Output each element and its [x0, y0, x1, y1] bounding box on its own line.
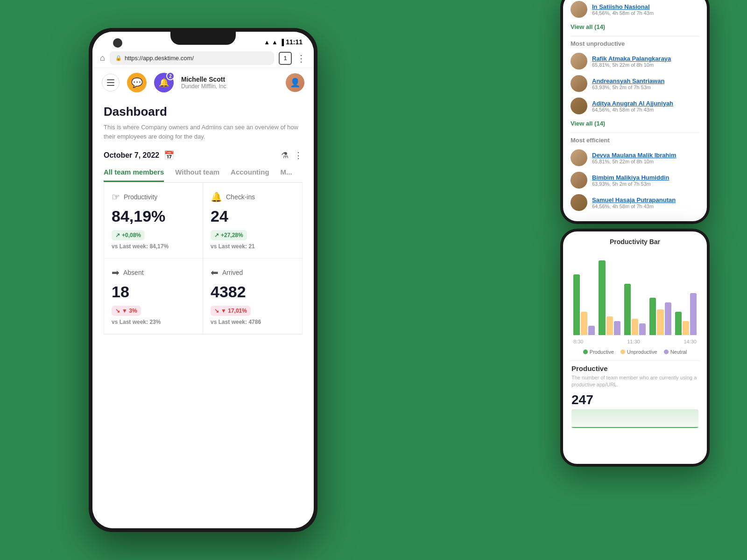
chart-divider — [570, 360, 700, 361]
productive-desc: The number of team member who are curren… — [571, 374, 698, 389]
productivity-value: 84,19% — [112, 207, 195, 225]
bar-orange-3 — [632, 319, 638, 335]
status-time: 11:11 — [286, 38, 303, 46]
bar-group-1 — [573, 274, 595, 335]
absent-icon: ➡ — [112, 267, 120, 278]
efficient-name-2[interactable]: Bimbim Malikiya Humiddin — [592, 174, 699, 181]
phone-right-bottom-inner: Productivity Bar — [563, 231, 707, 464]
stat-checkins-header: 🔔 Check-ins — [211, 191, 295, 203]
productivity-badge: ↗ +0,08% — [112, 230, 145, 240]
productivity-label: Productivity — [124, 193, 157, 201]
view-all-unproductive[interactable]: View all (14) — [571, 120, 699, 127]
bar-orange-5 — [683, 321, 689, 335]
person-name-top[interactable]: In Satiisho Nasional — [592, 3, 699, 10]
view-all-top[interactable]: View all (14) — [571, 23, 699, 30]
bar-group-5 — [675, 293, 697, 335]
productivity-comparison: vs Last week: 84,17% — [112, 243, 195, 250]
legend-label-neutral: Neutral — [670, 349, 687, 355]
legend-label-productive: Productive — [590, 349, 614, 355]
bar-orange-1 — [581, 312, 587, 335]
tab-button[interactable]: 1 — [279, 52, 292, 65]
url-text: https://app.desktime.com/ — [125, 55, 194, 62]
bar-purple-4 — [665, 302, 671, 335]
filter-icon[interactable]: ⚗ — [281, 150, 289, 161]
unproductive-info-3: Aditya Anugrah Al Ajjuniyah 64,56%, 4h 5… — [592, 100, 699, 112]
notification-button[interactable]: 🔔 2 — [154, 73, 174, 92]
home-button[interactable]: ⌂ — [100, 53, 105, 63]
unproductive-avatar-2 — [571, 75, 587, 92]
efficient-stats-2: 63,93%, 5h 2m of 7h 53m — [592, 181, 699, 187]
stat-absent: ➡ Absent 18 ↘ ▼ 3% vs Last week: 23% — [104, 259, 203, 334]
unproductive-name-3[interactable]: Aditya Anugrah Al Ajjuniyah — [592, 100, 699, 107]
menu-line-3 — [107, 85, 114, 86]
efficient-name-1[interactable]: Devva Maulana Malik Ibrahim — [592, 152, 699, 159]
tab-all-team-members[interactable]: All team members — [104, 168, 164, 182]
bar-orange-2 — [606, 316, 613, 335]
person-info-top: In Satiisho Nasional 64,56%, 4h 58m of 7… — [592, 3, 699, 16]
stat-productivity-header: ☞ Productivity — [112, 191, 195, 203]
phone-screen: ▲ ▲ ▐ 11:11 ⌂ 🔒 https://app.desktime.com… — [92, 32, 314, 528]
tabs-row: All team members Without team Accounting… — [104, 168, 303, 182]
top-person-row-1: In Satiisho Nasional 64,56%, 4h 58m of 7… — [571, 1, 699, 18]
absent-value: 18 — [112, 283, 195, 301]
unproductive-stats-2: 63,93%, 5h 2m of 7h 53m — [592, 84, 699, 90]
stat-arrived-header: ⬅ Arrived — [211, 267, 295, 278]
more-button[interactable]: ⋮ — [296, 53, 306, 64]
person-stats-top: 64,56%, 4h 58m of 7h 43m — [592, 10, 699, 16]
bar-green-5 — [675, 312, 682, 335]
unproductive-avatar-1 — [571, 53, 587, 70]
stats-grid: ☞ Productivity 84,19% ↗ +0,08% vs Last w… — [104, 182, 303, 335]
phone-main: ▲ ▲ ▐ 11:11 ⌂ 🔒 https://app.desktime.com… — [89, 28, 317, 532]
notification-badge: 2 — [166, 72, 175, 80]
checkins-badge: ↗ +27,28% — [211, 230, 247, 240]
divider-2 — [571, 133, 699, 133]
more-options-icon[interactable]: ⋮ — [294, 150, 303, 161]
unproductive-name-1[interactable]: Rafik Atmaka Palangkaraya — [592, 55, 699, 62]
app-header: 💬 🔔 2 Michelle Scott Dunder Mifflin, Inc… — [92, 68, 314, 97]
productivity-icon: ☞ — [112, 191, 120, 203]
chart-legend: Productive Unproductive Neutral — [570, 349, 700, 355]
tab-more[interactable]: M... — [281, 168, 292, 182]
status-bar-right: ▲ ▲ ▐ 11:11 — [264, 38, 303, 46]
chart-label-1: 8:30 — [573, 339, 583, 344]
bar-group-2 — [599, 260, 620, 335]
avatar[interactable]: 👤 — [286, 73, 304, 92]
calendar-icon[interactable]: 📅 — [164, 150, 174, 161]
absent-label: Absent — [123, 269, 144, 276]
absent-comparison: vs Last week: 23% — [112, 319, 195, 325]
down-arrow-icon: ↘ — [115, 308, 120, 314]
unproductive-name-2[interactable]: Andreansyah Santriawan — [592, 77, 699, 84]
arrived-badge: ↘ ▼ 17,01% — [211, 306, 251, 316]
efficient-avatar-3 — [571, 194, 587, 211]
absent-badge: ↘ ▼ 3% — [112, 306, 141, 316]
efficient-person-2: Bimbim Malikiya Humiddin 63,93%, 5h 2m o… — [571, 172, 699, 189]
menu-button[interactable] — [102, 74, 120, 91]
legend-label-unproductive: Unproductive — [627, 349, 657, 355]
mini-chart — [571, 409, 698, 428]
legend-unproductive: Unproductive — [620, 349, 657, 355]
menu-line-1 — [107, 79, 114, 80]
down-arrow-icon: ↘ — [214, 308, 219, 314]
lock-icon: 🔒 — [115, 55, 122, 61]
tab-without-team[interactable]: Without team — [175, 168, 219, 182]
efficient-name-3[interactable]: Samuel Hasaja Putrapanutan — [592, 196, 699, 203]
legend-dot-green — [583, 350, 588, 354]
chart-area — [570, 251, 700, 335]
tab-accounting[interactable]: Accounting — [231, 168, 269, 182]
phone-notch — [170, 32, 236, 45]
camera-dot — [113, 38, 122, 48]
efficient-stats-3: 64,56%, 4h 58m of 7h 43m — [592, 203, 699, 209]
url-bar[interactable]: 🔒 https://app.desktime.com/ — [110, 51, 274, 65]
chat-button[interactable]: 💬 — [127, 73, 147, 92]
date-text: October 7, 2022 — [104, 151, 159, 160]
signal-icon: ▲ — [272, 39, 278, 46]
up-arrow-icon: ↗ — [214, 232, 219, 238]
person-avatar-1 — [571, 1, 587, 18]
date-actions: ⚗ ⋮ — [281, 150, 303, 161]
checkins-comparison: vs Last week: 21 — [211, 243, 295, 250]
stat-productivity: ☞ Productivity 84,19% ↗ +0,08% vs Last w… — [104, 183, 203, 259]
arrived-value: 4382 — [211, 283, 295, 301]
unproductive-avatar-3 — [571, 98, 587, 114]
bar-purple-5 — [690, 293, 697, 335]
arrived-icon: ⬅ — [211, 267, 218, 278]
